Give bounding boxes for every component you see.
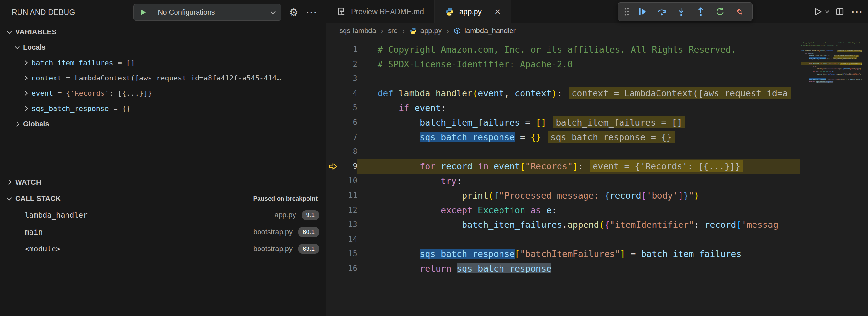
minimap[interactable]: # Copyright Amazon.com, Inc. or its affi… — [801, 41, 862, 97]
step-out-button[interactable] — [691, 4, 710, 20]
stack-frame-row[interactable]: lambda_handlerapp.py9:1 — [0, 207, 326, 224]
breadcrumb-item-file[interactable]: app.py — [409, 27, 442, 35]
disconnect-button[interactable] — [730, 4, 749, 20]
breadcrumb-item-folder[interactable]: sqs-lambda — [339, 27, 376, 35]
debug-inline-value: sqs_batch_response = {} — [548, 131, 675, 143]
scope-globals[interactable]: Globals — [0, 116, 326, 132]
line-content: sqs_batch_response["batchItemFailures"] … — [358, 247, 800, 261]
line-number: 7 — [341, 130, 358, 145]
split-editor-icon — [835, 7, 844, 16]
gutter[interactable]: 10 — [326, 173, 358, 188]
variable-name: event — [31, 89, 53, 97]
gutter[interactable]: 3 — [326, 71, 358, 86]
code-line[interactable]: 2# SPDX-License-Identifier: Apache-2.0 — [326, 57, 868, 71]
scope-globals-label: Globals — [23, 120, 49, 128]
code-line[interactable]: 11 print(f"Processed message: {record['b… — [326, 188, 868, 203]
scope-locals[interactable]: Locals — [0, 39, 326, 55]
code-line[interactable]: 8 — [326, 145, 868, 159]
paused-status-badge: Paused on breakpoint — [253, 195, 326, 202]
code-line[interactable]: 10 try: — [326, 173, 868, 188]
gutter[interactable]: 4 — [326, 86, 358, 101]
frame-position-badge: 60:1 — [299, 227, 319, 237]
chevron-down-icon — [14, 44, 20, 49]
stack-frame-row[interactable]: <module>bootstrap.py63:1 — [0, 241, 326, 257]
drag-handle-icon[interactable] — [621, 7, 632, 17]
gutter[interactable]: 15 — [326, 247, 358, 261]
code-line[interactable]: 5 if event: — [326, 101, 868, 115]
more-actions-icon[interactable]: ··· — [306, 7, 317, 18]
step-over-button[interactable] — [652, 4, 671, 20]
gutter[interactable]: 11 — [326, 188, 358, 203]
frame-position-badge: 63:1 — [299, 244, 319, 254]
watch-pane: WATCH — [0, 174, 326, 190]
minimap-line: # Copyright Amazon.com, Inc. or its affi… — [801, 41, 862, 44]
step-into-button[interactable] — [672, 4, 690, 20]
line-number: 4 — [341, 86, 358, 101]
variable-name: sqs_batch_response — [31, 104, 108, 113]
vscode-window: RUN AND DEBUG No Configurations ⚙ ··· VA… — [0, 0, 868, 316]
gutter[interactable]: 16 — [326, 261, 358, 276]
variable-row[interactable]: context = LambdaContext([aws_request_id=… — [0, 70, 326, 86]
debug-inline-value: event = {'Records': [{...}]} — [590, 160, 743, 172]
gutter[interactable]: 12 — [326, 203, 358, 217]
variable-row[interactable]: sqs_batch_response = {} — [0, 101, 326, 116]
code-lines: 1# Copyright Amazon.com, Inc. or its aff… — [326, 38, 868, 276]
split-editor-button[interactable] — [835, 7, 844, 16]
code-line[interactable]: 1# Copyright Amazon.com, Inc. or its aff… — [326, 42, 868, 57]
breadcrumb-file-label: app.py — [421, 27, 442, 35]
gutter[interactable]: 2 — [326, 57, 358, 71]
minimap-content: # Copyright Amazon.com, Inc. or its affi… — [801, 41, 862, 83]
tab-preview-readme[interactable]: Preview README.md — [326, 0, 435, 23]
code-line[interactable]: 9 for record in event["Records"]:event =… — [326, 159, 868, 173]
current-frame-arrow-icon — [326, 162, 341, 171]
minimap-line: sqs_batch_response["batchItemFailures"] … — [801, 78, 862, 81]
code-line[interactable]: 6 batch_item_failures = []batch_item_fai… — [326, 115, 868, 130]
gutter[interactable]: 7 — [326, 130, 358, 145]
run-python-file-button[interactable] — [813, 7, 828, 16]
line-content — [358, 232, 800, 247]
code-line[interactable]: 13 batch_item_failures.append({"itemIden… — [326, 217, 868, 232]
breadcrumb-separator: › — [446, 26, 449, 36]
gutter[interactable]: 9 — [326, 159, 358, 173]
variables-section-header[interactable]: VARIABLES — [0, 25, 326, 39]
variable-row[interactable]: event = {'Records': [{...}]} — [0, 86, 326, 101]
gutter[interactable]: 13 — [326, 217, 358, 232]
debug-toolbar — [618, 2, 752, 21]
minimap-line: try: — [801, 65, 862, 67]
variable-row[interactable]: batch_item_failures = [] — [0, 55, 326, 70]
breadcrumb-item-symbol[interactable]: lambda_handler — [454, 27, 516, 35]
close-icon[interactable]: × — [495, 7, 500, 17]
gutter[interactable]: 5 — [326, 101, 358, 115]
stack-frame-row[interactable]: mainbootstrap.py60:1 — [0, 224, 326, 241]
call-stack-section-header[interactable]: CALL STACK Paused on breakpoint — [0, 190, 326, 207]
code-line[interactable]: 7 sqs_batch_response = {}sqs_batch_respo… — [326, 130, 868, 145]
gear-icon[interactable]: ⚙ — [289, 7, 299, 18]
code-line[interactable]: 14 — [326, 232, 868, 247]
breadcrumb-item-folder[interactable]: src — [388, 27, 397, 35]
code-line[interactable]: 16 return sqs_batch_response — [326, 261, 868, 276]
minimap-line: # SPDX-License-Identifier: Apache-2.0 — [801, 44, 862, 47]
code-line[interactable]: 4def lambda_handler(event, context):cont… — [326, 86, 868, 101]
more-actions-icon[interactable]: ··· — [851, 6, 863, 18]
code-editor[interactable]: 1# Copyright Amazon.com, Inc. or its aff… — [326, 38, 868, 316]
watch-section-header[interactable]: WATCH — [0, 175, 326, 190]
start-debug-button[interactable] — [134, 4, 152, 21]
code-line[interactable]: 15 sqs_batch_response["batchItemFailures… — [326, 247, 868, 261]
run-icon — [813, 7, 823, 16]
continue-button[interactable] — [633, 4, 652, 20]
debug-config-dropdown[interactable]: No Configurations — [133, 4, 281, 21]
restart-button[interactable] — [711, 4, 730, 20]
gutter[interactable]: 6 — [326, 115, 358, 130]
tab-app-py[interactable]: app.py × — [435, 0, 511, 23]
line-number: 1 — [341, 42, 358, 57]
line-number: 11 — [341, 188, 358, 203]
line-number: 2 — [341, 57, 358, 71]
gutter[interactable]: 8 — [326, 145, 358, 159]
chevron-right-icon — [23, 91, 28, 96]
gutter[interactable]: 1 — [326, 42, 358, 57]
chevron-right-icon — [14, 121, 20, 127]
code-line[interactable]: 3 — [326, 71, 868, 86]
gutter[interactable]: 14 — [326, 232, 358, 247]
code-line[interactable]: 12 except Exception as e: — [326, 203, 868, 217]
line-number: 8 — [341, 145, 358, 159]
